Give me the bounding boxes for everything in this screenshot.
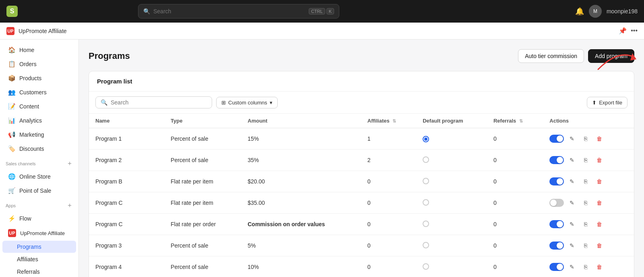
- more-icon[interactable]: •••: [631, 27, 638, 35]
- delete-icon[interactable]: 🗑: [594, 219, 605, 230]
- copy-icon[interactable]: ⎘: [580, 154, 591, 166]
- cell-name: Program 2: [89, 150, 164, 171]
- program-list-card: Program list 🔍 ⊞ Custom columns ▾ ⬆ Expo: [89, 71, 634, 277]
- pin-icon[interactable]: 📌: [619, 27, 627, 35]
- col-actions: Actions: [543, 114, 634, 128]
- search-icon: 🔍: [143, 8, 150, 15]
- bell-icon[interactable]: 🔔: [575, 7, 584, 16]
- cell-affiliates: 1: [361, 128, 416, 150]
- sidebar-subitem-affiliates[interactable]: Affiliates: [2, 253, 76, 265]
- delete-icon[interactable]: 🗑: [594, 240, 605, 251]
- avatar[interactable]: M: [589, 5, 602, 18]
- copy-icon[interactable]: ⎘: [580, 197, 591, 208]
- cell-default-program[interactable]: [416, 128, 487, 150]
- delete-icon[interactable]: 🗑: [594, 176, 605, 187]
- cell-type: Percent of sale: [164, 235, 241, 256]
- sidebar-label-products: Products: [19, 75, 41, 81]
- cell-default-program[interactable]: [416, 214, 487, 235]
- edit-icon[interactable]: ✎: [566, 240, 578, 251]
- cell-amount: 5%: [241, 235, 361, 256]
- edit-icon[interactable]: ✎: [566, 261, 578, 273]
- default-program-radio[interactable]: [423, 136, 429, 142]
- sidebar-item-flow[interactable]: ⚡ Flow: [2, 212, 76, 225]
- cell-referrals: 0: [487, 214, 543, 235]
- toggle-1[interactable]: [549, 156, 564, 164]
- toggle-0[interactable]: [549, 135, 564, 143]
- shopify-logo[interactable]: S: [6, 6, 18, 17]
- toggle-2[interactable]: [549, 177, 564, 185]
- default-program-radio[interactable]: [423, 242, 429, 248]
- cell-actions: ✎ ⎘ 🗑: [543, 235, 634, 256]
- sidebar-item-home[interactable]: 🏠 Home: [2, 43, 76, 57]
- action-icons: ✎ ⎘ 🗑: [549, 133, 627, 144]
- default-program-radio[interactable]: [423, 263, 429, 270]
- copy-icon[interactable]: ⎘: [580, 133, 591, 144]
- copy-icon[interactable]: ⎘: [580, 219, 591, 230]
- sidebar-label-content: Content: [19, 103, 39, 110]
- affiliates-label: Affiliates: [17, 256, 38, 262]
- sidebar-item-orders[interactable]: 📋 Orders: [2, 57, 76, 71]
- toggle-6[interactable]: [549, 263, 564, 271]
- copy-icon[interactable]: ⎘: [580, 261, 591, 273]
- custom-columns-button[interactable]: ⊞ Custom columns ▾: [216, 97, 278, 108]
- default-program-radio[interactable]: [423, 221, 429, 227]
- table-header-row: Name Type Amount Affiliates ⇅ Default pr…: [89, 114, 634, 128]
- sidebar-label-marketing: Marketing: [19, 131, 44, 138]
- toggle-5[interactable]: [549, 242, 564, 250]
- edit-icon[interactable]: ✎: [566, 219, 578, 230]
- search-input[interactable]: [153, 8, 305, 15]
- delete-icon[interactable]: 🗑: [594, 197, 605, 208]
- edit-icon[interactable]: ✎: [566, 154, 578, 166]
- default-program-radio[interactable]: [423, 178, 429, 184]
- default-program-radio[interactable]: [423, 156, 429, 163]
- export-button[interactable]: ⬆ Export file: [587, 97, 627, 108]
- sidebar-label-uppromote: UpPromote Affiliate: [20, 230, 65, 236]
- products-icon: 📦: [8, 75, 15, 82]
- copy-icon[interactable]: ⎘: [580, 176, 591, 187]
- sidebar-item-discounts[interactable]: 🏷️ Discounts: [2, 142, 76, 156]
- sidebar-item-online-store[interactable]: 🌐 Online Store: [2, 170, 76, 183]
- sidebar-item-uppromote[interactable]: UP UpPromote Affiliate: [2, 226, 76, 240]
- cell-type: Flat rate per item: [164, 192, 241, 214]
- apps-add-btn[interactable]: ＋: [66, 201, 73, 210]
- pos-icon: 🛒: [8, 187, 15, 194]
- cell-default-program[interactable]: [416, 256, 487, 277]
- chevron-down-icon: ▾: [270, 100, 272, 106]
- cell-default-program[interactable]: [416, 192, 487, 214]
- sidebar-item-analytics[interactable]: 📊 Analytics: [2, 114, 76, 127]
- sidebar-item-products[interactable]: 📦 Products: [2, 71, 76, 85]
- table-row: Program 2Percent of sale35%20 ✎ ⎘ 🗑: [89, 150, 634, 171]
- sidebar-subitem-programs[interactable]: Programs: [2, 241, 76, 253]
- program-search-wrap[interactable]: 🔍: [95, 96, 212, 108]
- sidebar-item-content[interactable]: 📝 Content: [2, 100, 76, 113]
- edit-icon[interactable]: ✎: [566, 176, 578, 187]
- search-bar[interactable]: 🔍 CTRL K: [138, 4, 339, 19]
- toggle-4[interactable]: [549, 220, 564, 228]
- sidebar-item-point-of-sale[interactable]: 🛒 Point of Sale: [2, 184, 76, 198]
- delete-icon[interactable]: 🗑: [594, 133, 605, 144]
- sales-channels-add-btn[interactable]: ＋: [66, 159, 73, 168]
- col-affiliates[interactable]: Affiliates ⇅: [361, 114, 416, 128]
- add-program-button[interactable]: Add program: [588, 49, 634, 63]
- sidebar-subitem-referrals[interactable]: Referrals: [2, 266, 76, 277]
- cell-default-program[interactable]: [416, 235, 487, 256]
- sidebar-item-customers[interactable]: 👥 Customers: [2, 85, 76, 99]
- export-label: Export file: [599, 100, 622, 106]
- program-search-input[interactable]: [111, 99, 207, 106]
- cell-default-program[interactable]: [416, 150, 487, 171]
- default-program-radio[interactable]: [423, 199, 429, 206]
- col-referrals[interactable]: Referrals ⇅: [487, 114, 543, 128]
- cell-name: Program 1: [89, 128, 164, 150]
- copy-icon[interactable]: ⎘: [580, 240, 591, 251]
- delete-icon[interactable]: 🗑: [594, 261, 605, 273]
- cell-actions: ✎ ⎘ 🗑: [543, 256, 634, 277]
- edit-icon[interactable]: ✎: [566, 133, 578, 144]
- toggle-3[interactable]: [549, 199, 564, 207]
- edit-icon[interactable]: ✎: [566, 197, 578, 208]
- delete-icon[interactable]: 🗑: [594, 154, 605, 166]
- sidebar-label-orders: Orders: [19, 61, 37, 67]
- sidebar-item-marketing[interactable]: 📢 Marketing: [2, 128, 76, 142]
- cell-default-program[interactable]: [416, 171, 487, 192]
- auto-tier-button[interactable]: Auto tier commission: [518, 49, 584, 63]
- cell-type: Flat rate per item: [164, 171, 241, 192]
